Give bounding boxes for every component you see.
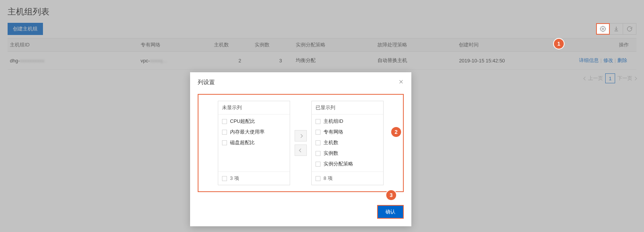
checkbox-icon: [316, 119, 320, 124]
shown-columns-list: 已显示列 主机组ID 专有网络 主机数 实例数 实例分配策略 8 项: [311, 101, 384, 185]
hidden-columns-body: CPU超配比 内存最大使用率 磁盘超配比: [218, 114, 290, 172]
list-item[interactable]: 主机数: [312, 137, 383, 148]
svg-point-0: [602, 28, 604, 30]
checkbox-icon[interactable]: [316, 176, 320, 181]
annotation-badge-2: 2: [391, 127, 401, 137]
shown-columns-body[interactable]: 主机组ID 专有网络 主机数 实例数 实例分配策略: [312, 114, 383, 172]
list-item[interactable]: 实例分配策略: [312, 159, 383, 169]
checkbox-icon: [316, 151, 320, 156]
checkbox-icon: [316, 130, 320, 135]
checkbox-icon: [316, 162, 320, 167]
shown-columns-header: 已显示列: [312, 101, 383, 114]
modal-title: 列设置: [198, 79, 215, 86]
modal-close-button[interactable]: [398, 78, 404, 86]
list-item-label: CPU超配比: [230, 118, 255, 125]
list-item-label: 主机数: [324, 139, 338, 146]
close-icon: [398, 79, 404, 84]
chevron-right-icon: [299, 134, 303, 138]
list-item[interactable]: 主机组ID: [312, 116, 383, 127]
list-item[interactable]: CPU超配比: [218, 116, 290, 127]
hidden-columns-footer: 3 项: [218, 172, 290, 185]
list-item[interactable]: 专有网络: [312, 127, 383, 137]
list-item-label: 磁盘超配比: [230, 139, 255, 146]
transfer-container: 未显示列 CPU超配比 内存最大使用率 磁盘超配比 3 项 已显示列 主机组I: [198, 94, 404, 192]
annotation-badge-1: 1: [554, 39, 564, 49]
modal-body: 未显示列 CPU超配比 内存最大使用率 磁盘超配比 3 项 已显示列 主机组I: [190, 90, 411, 200]
list-item-label: 主机组ID: [324, 118, 343, 125]
settings-button[interactable]: [596, 23, 610, 35]
list-item[interactable]: 内存最大使用率: [218, 127, 290, 137]
list-item-label: 内存最大使用率: [230, 129, 265, 135]
annotation-badge-3: 3: [386, 190, 396, 200]
modal-header: 列设置: [190, 72, 411, 90]
list-item-label: 实例数: [324, 150, 338, 157]
move-left-button[interactable]: [295, 145, 307, 156]
list-item[interactable]: 实例数: [312, 148, 383, 159]
gear-icon: [600, 26, 606, 32]
list-item-label: 专有网络: [324, 129, 343, 135]
checkbox-icon: [222, 140, 227, 145]
shown-columns-count: 8 项: [324, 175, 333, 182]
list-item[interactable]: 磁盘超配比: [218, 137, 290, 148]
checkbox-icon[interactable]: [222, 176, 227, 181]
chevron-left-icon: [299, 148, 303, 152]
hidden-columns-list: 未显示列 CPU超配比 内存最大使用率 磁盘超配比 3 项: [218, 101, 290, 185]
checkbox-icon: [222, 130, 227, 135]
checkbox-icon: [316, 140, 320, 145]
ok-button-highlight: 确认: [377, 205, 404, 219]
shown-columns-footer: 8 项: [312, 172, 383, 185]
list-item-label: 实例分配策略: [324, 160, 353, 167]
move-right-button[interactable]: [295, 130, 307, 141]
confirm-button[interactable]: 确认: [378, 206, 403, 218]
transfer-arrows: [295, 101, 307, 185]
modal-footer: 确认: [190, 200, 411, 226]
hidden-columns-count: 3 项: [230, 175, 239, 182]
column-settings-modal: 列设置 未显示列 CPU超配比 内存最大使用率 磁盘超配比 3 项: [190, 72, 411, 226]
hidden-columns-header: 未显示列: [218, 101, 290, 114]
checkbox-icon: [222, 119, 227, 124]
